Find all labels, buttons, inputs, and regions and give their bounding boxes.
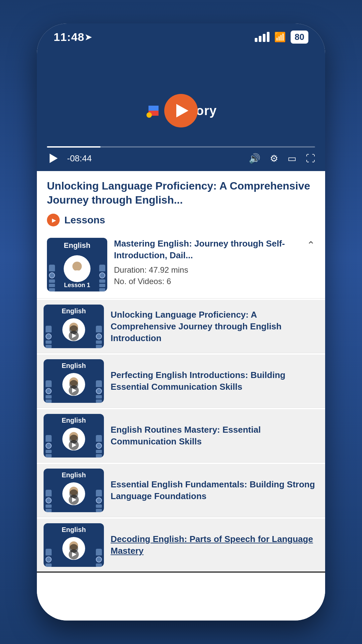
location-icon: ➤ xyxy=(84,32,92,43)
status-icons: 📶 80 xyxy=(255,31,308,44)
list-item[interactable]: English xyxy=(37,409,325,463)
tower-left-4 xyxy=(46,490,52,512)
play-overlay-4 xyxy=(69,495,79,505)
thumb-avatar xyxy=(64,255,90,282)
video-title-4: Essential English Fundamentals: Building… xyxy=(111,479,318,502)
logo-icon xyxy=(145,102,162,119)
video-control-icons: 🔊 ⚙ ▭ ⛶ xyxy=(249,153,315,164)
fullscreen-icon[interactable]: ⛶ xyxy=(306,153,315,164)
tower-left-5 xyxy=(46,549,52,567)
video-thumbnail-1: English xyxy=(44,305,104,348)
tower-right-2 xyxy=(96,380,102,403)
video-play-button[interactable] xyxy=(164,94,198,127)
play-circle-2 xyxy=(69,385,79,395)
lessons-label: Lessons xyxy=(64,214,105,226)
video-title-1: Unlocking Language Proficiency: A Compre… xyxy=(111,309,318,344)
video-thumbnail-2: English xyxy=(44,359,104,403)
lesson-expanded: English xyxy=(37,231,325,299)
video-thumbnail-3: English xyxy=(44,414,104,458)
play-circle-3 xyxy=(69,440,79,450)
list-item[interactable]: English xyxy=(37,519,325,573)
lesson-row: English xyxy=(47,238,315,291)
vthumb-label-3: English xyxy=(62,417,86,424)
video-thumbnail-5: English xyxy=(44,523,104,567)
video-title-3: English Routines Mastery: Essential Comm… xyxy=(111,424,318,447)
svg-point-2 xyxy=(146,112,152,118)
video-list: English xyxy=(37,300,325,573)
video-player: cu|story -08:44 🔊 ⚙ ▭ ⛶ xyxy=(37,50,325,171)
thumb-english-label: English xyxy=(64,241,90,250)
vthumb-label-2: English xyxy=(62,362,86,370)
video-controls: -08:44 🔊 ⚙ ▭ ⛶ xyxy=(47,152,315,165)
play-circle-1 xyxy=(69,331,79,341)
cast-icon[interactable]: ▭ xyxy=(288,153,296,164)
play-overlay-3 xyxy=(69,440,79,450)
svg-point-10 xyxy=(69,432,78,441)
play-overlay-2 xyxy=(69,385,79,395)
svg-point-8 xyxy=(69,377,78,386)
play-pause-button[interactable] xyxy=(47,152,60,165)
phone-frame: 11:48 ➤ 📶 80 cu|story -08:44 xyxy=(37,23,325,621)
lesson-thumbnail[interactable]: English xyxy=(47,238,107,291)
tower-left-3 xyxy=(46,435,52,458)
settings-icon[interactable]: ⚙ xyxy=(270,153,278,164)
tower-right xyxy=(99,265,105,291)
vthumb-label-1: English xyxy=(62,307,86,315)
vthumb-label-5: English xyxy=(62,526,86,534)
list-item[interactable]: English xyxy=(37,464,325,517)
battery-indicator: 80 xyxy=(291,31,308,44)
tower-left-1 xyxy=(46,326,52,348)
video-title-5: Decoding English: Parts of Speech for La… xyxy=(111,533,318,557)
signal-icon xyxy=(255,32,269,42)
play-overlay-1 xyxy=(69,331,79,341)
wifi-icon: 📶 xyxy=(274,32,286,43)
lesson-info: Mastering English: Journey through Self-… xyxy=(114,238,300,286)
video-thumbnail-4: English xyxy=(44,469,104,512)
tower-right-4 xyxy=(96,490,102,512)
video-title-2: Perfecting English Introductions: Buildi… xyxy=(111,369,318,393)
status-bar: 11:48 ➤ 📶 80 xyxy=(37,23,325,50)
play-circle-4 xyxy=(69,495,79,505)
svg-point-6 xyxy=(69,323,78,331)
chevron-up-icon: ⌃ xyxy=(307,239,315,251)
tower-right-3 xyxy=(96,435,102,458)
svg-point-3 xyxy=(72,262,82,271)
volume-icon[interactable]: 🔊 xyxy=(249,153,260,164)
play-overlay-5 xyxy=(69,549,79,559)
play-circle-5 xyxy=(69,549,79,559)
svg-marker-0 xyxy=(148,106,159,111)
lessons-header: Lessons xyxy=(37,210,325,231)
tower-left xyxy=(49,265,55,291)
video-time: -08:44 xyxy=(67,153,242,164)
tower-left-2 xyxy=(46,380,52,403)
lesson-title: Mastering English: Journey through Self-… xyxy=(114,238,300,261)
svg-point-5 xyxy=(70,270,84,280)
vthumb-label-4: English xyxy=(62,471,86,479)
status-time: 11:48 xyxy=(54,31,84,44)
video-progress-bar[interactable] xyxy=(47,146,315,148)
lesson-number-label: Lesson 1 xyxy=(64,282,90,289)
tower-right-5 xyxy=(96,549,102,567)
course-title: Unlocking Language Proficiency: A Compre… xyxy=(37,171,325,210)
collapse-button[interactable]: ⌃ xyxy=(307,238,315,251)
svg-point-12 xyxy=(69,487,78,495)
content-area: Unlocking Language Proficiency: A Compre… xyxy=(37,171,325,621)
list-item[interactable]: English xyxy=(37,300,325,353)
avatar-image xyxy=(65,257,89,280)
lesson-videos-count: No. of Videos: 6 xyxy=(114,277,300,286)
lessons-icon xyxy=(47,214,60,226)
tower-right-1 xyxy=(96,326,102,348)
list-item[interactable]: English xyxy=(37,355,325,408)
video-progress-fill xyxy=(47,146,101,148)
svg-point-14 xyxy=(69,541,78,550)
lesson-duration: Duration: 47.92 mins xyxy=(114,265,300,275)
